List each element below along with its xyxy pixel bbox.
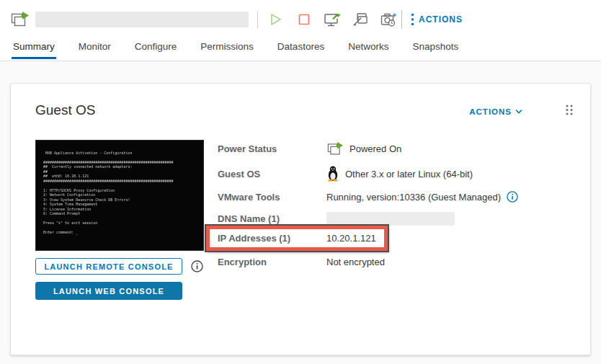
power-status-value: Powered On [350,143,401,154]
take-snapshot-icon [380,12,397,27]
dns-name-row: DNS Name (1) [218,212,590,226]
guest-os-card: Guest OS ACTIONS MAB Appli [10,83,591,355]
encryption-value: Not encrypted [326,257,385,267]
launch-console-icon [324,12,341,27]
vmware-tools-row: VMware Tools Running, version:10336 (Gue… [218,191,590,203]
clone-button[interactable] [352,11,369,28]
shut-down-icon [298,14,310,25]
vmware-tools-value: Running, version:10336 (Guest Managed) [326,192,501,203]
launch-web-console-button[interactable]: LAUNCH WEB CONSOLE [35,282,182,300]
tab-configure[interactable]: Configure [133,39,179,59]
console-screenshot-preview[interactable]: MAB Appliance Activation - Configuration… [35,140,204,251]
drag-handle-icon[interactable] [564,104,574,116]
ip-highlight-annotation: IP Addresses (1) 10.20.1.121 [206,226,388,251]
tab-datastores[interactable]: Datastores [276,39,326,59]
encryption-row: Encryption Not encrypted [218,257,590,267]
launch-remote-console-toolbar-button[interactable] [324,11,341,28]
vm-powered-on-icon [10,11,30,28]
toolbar-divider [257,11,258,28]
toolbar-divider [401,10,402,29]
summary-page: Guest OS ACTIONS MAB Appli [0,61,601,364]
power-on-icon [270,13,282,26]
tab-networks[interactable]: Networks [347,39,390,59]
vm-powered-on-icon [326,141,344,156]
dns-name-label: DNS Name (1) [218,213,326,224]
power-status-row: Power Status Powered On [218,141,590,156]
guest-os-details: Power Status Powered On Guest OS [218,140,590,300]
vm-tab-bar: Summary Monitor Configure Permissions Da… [0,39,601,61]
linux-tux-icon [326,166,339,182]
encryption-label: Encryption [218,257,326,267]
tab-permissions[interactable]: Permissions [199,39,255,59]
tab-summary[interactable]: Summary [12,39,56,59]
guest-os-actions-button[interactable]: ACTIONS [469,107,522,116]
console-screen-text: MAB Appliance Activation - Configuration… [36,141,195,235]
power-status-label: Power Status [218,143,326,154]
vmware-tools-info-icon[interactable] [507,191,518,203]
vm-name-redacted [35,12,249,27]
tab-monitor[interactable]: Monitor [77,39,112,59]
vmware-tools-label: VMware Tools [218,192,326,203]
power-on-button[interactable] [267,11,285,28]
card-title: Guest OS [35,102,95,118]
vm-actions-menu-button[interactable]: ACTIONS [411,13,463,26]
guest-os-row: Guest OS Other 3.x or later Lin [218,166,590,182]
clone-icon [352,12,368,27]
guest-os-value: Other 3.x or later Linux (64-bit) [345,169,473,179]
launch-remote-console-button[interactable]: LAUNCH REMOTE CONSOLE [35,258,182,275]
ip-addresses-label: IP Addresses (1) [218,233,326,244]
dns-name-redacted-value [326,212,455,226]
tab-snapshots[interactable]: Snapshots [411,39,460,59]
card-actions-label: ACTIONS [469,107,512,116]
kebab-menu-icon [411,13,414,26]
chevron-down-icon [515,109,522,114]
vm-header-bar: ACTIONS [0,0,601,39]
actions-label: ACTIONS [419,14,463,25]
shut-down-button[interactable] [295,11,313,28]
remote-console-info-icon[interactable] [191,260,203,272]
ip-addresses-value: 10.20.1.121 [326,233,376,244]
guest-os-label: Guest OS [218,169,326,179]
take-snapshot-button[interactable] [380,11,397,28]
